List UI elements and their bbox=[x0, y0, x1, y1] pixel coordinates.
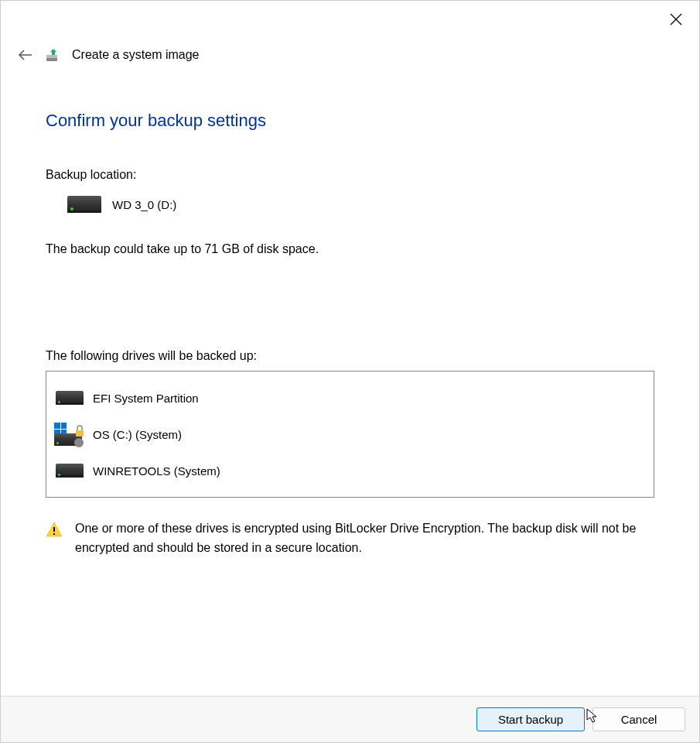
back-arrow-icon bbox=[18, 47, 33, 63]
svg-point-5 bbox=[48, 58, 50, 60]
gear-icon bbox=[74, 438, 84, 447]
list-item: OS (C:) (System) bbox=[54, 415, 646, 454]
window-title: Create a system image bbox=[72, 48, 200, 62]
svg-rect-6 bbox=[76, 430, 84, 437]
drive-label: WINRETOOLS (System) bbox=[93, 464, 220, 478]
svg-rect-4 bbox=[46, 55, 57, 58]
svg-rect-8 bbox=[53, 533, 55, 535]
page-heading: Confirm your backup settings bbox=[46, 111, 654, 131]
warning-text: One or more of these drives is encrypted… bbox=[75, 519, 654, 558]
drive-label: OS (C:) (System) bbox=[93, 428, 182, 441]
system-image-icon bbox=[46, 47, 61, 63]
os-locked-drive-icon bbox=[54, 423, 85, 446]
close-button[interactable] bbox=[667, 10, 685, 29]
content-area: Confirm your backup settings Backup loca… bbox=[1, 64, 699, 696]
back-button[interactable] bbox=[16, 46, 35, 64]
backup-location-row: WD 3_0 (D:) bbox=[67, 196, 654, 213]
list-item: WINRETOOLS (System) bbox=[54, 454, 646, 488]
dialog-window: Create a system image Confirm your backu… bbox=[0, 0, 700, 743]
warning-message: One or more of these drives is encrypted… bbox=[46, 519, 654, 558]
drive-icon bbox=[54, 461, 85, 480]
header: Create a system image bbox=[1, 1, 699, 64]
drive-icon bbox=[54, 389, 85, 407]
backup-location-value: WD 3_0 (D:) bbox=[112, 198, 176, 211]
svg-rect-7 bbox=[53, 527, 55, 532]
close-icon bbox=[670, 13, 682, 26]
start-backup-button[interactable]: Start backup bbox=[476, 707, 585, 731]
drive-icon bbox=[67, 196, 101, 213]
drives-list-label: The following drives will be backed up: bbox=[46, 349, 654, 363]
lock-icon bbox=[74, 425, 85, 437]
backup-location-label: Backup location: bbox=[46, 168, 654, 182]
drive-label: EFI System Partition bbox=[93, 392, 199, 405]
dialog-footer: Start backup Cancel bbox=[1, 696, 699, 742]
warning-icon bbox=[46, 521, 63, 538]
list-item: EFI System Partition bbox=[54, 381, 646, 415]
cancel-button[interactable]: Cancel bbox=[592, 707, 685, 731]
drives-list: EFI System Partition OS (C:) (System) bbox=[46, 371, 654, 498]
size-estimate: The backup could take up to 71 GB of dis… bbox=[46, 242, 654, 256]
